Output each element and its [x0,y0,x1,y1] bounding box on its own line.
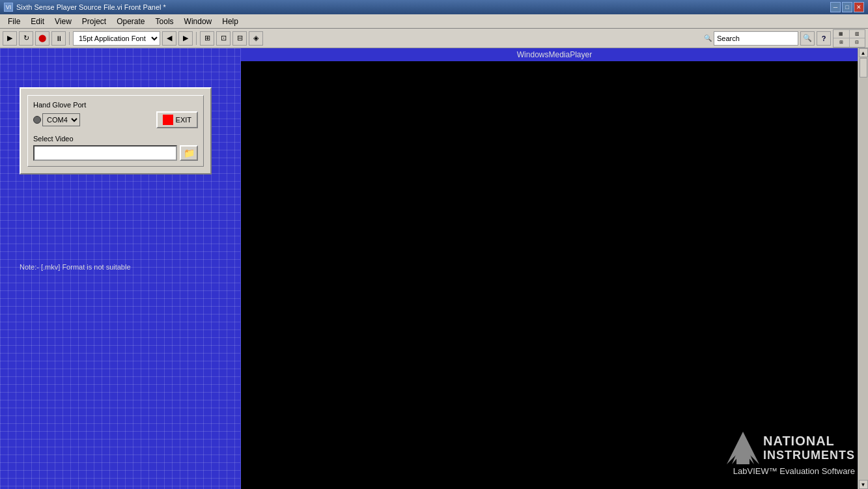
distribute-button[interactable]: ⊡ [216,31,231,46]
search-button[interactable]: 🔍 [800,31,815,46]
scroll-track [859,57,868,480]
ni-logo-icon: NATIONAL INSTRUMENTS [727,432,855,464]
exit-red-indicator [163,115,173,125]
menu-operate[interactable]: Operate [111,16,150,27]
ni-instruments: INSTRUMENTS [763,449,855,462]
scrollbar[interactable]: ▲ ▼ [858,48,868,489]
maximize-button[interactable]: □ [842,2,852,12]
select-video-label: Select Video [33,135,198,143]
font-selector[interactable]: 15pt Application Font [73,31,160,46]
menu-file[interactable]: File [3,16,25,27]
menu-window[interactable]: Window [179,16,217,27]
scroll-thumb[interactable] [860,58,867,77]
file-row: 📁 [33,145,198,161]
font-size-down[interactable]: ◀ [162,31,176,46]
run-button[interactable]: ▶ [3,31,17,46]
port-select-wrap: COM4 COM1 COM2 COM3 COM5 [33,113,80,126]
port-row: COM4 COM1 COM2 COM3 COM5 EXIT [33,111,198,128]
exit-button[interactable]: EXIT [156,111,198,128]
search-icon: 🔍 [704,35,712,42]
help-button[interactable]: ? [817,31,831,46]
control-panel-inner: Hand Glove Port COM4 COM1 COM2 COM3 COM5 [27,95,204,167]
port-indicator [33,116,41,124]
ni-evaluation: LabVIEW™ Evaluation Software [733,466,855,476]
toolbar-sep-2 [196,32,197,45]
file-path-input[interactable] [33,145,177,161]
ni-text: NATIONAL INSTRUMENTS [763,434,855,462]
resize-button[interactable]: ⊟ [232,31,247,46]
port-select[interactable]: COM4 COM1 COM2 COM3 COM5 [42,113,80,126]
menu-tools[interactable]: Tools [150,16,179,27]
toolbar-icon-1[interactable]: ▦ [833,30,850,38]
port-label: Hand Glove Port [33,101,198,109]
ni-logo: NATIONAL INSTRUMENTS LabVIEW™ Evaluation… [727,432,855,476]
toolbar: ▶ ↻ ⬤ ⏸ 15pt Application Font ◀ ▶ ⊞ ⊡ ⊟ … [0,29,868,48]
folder-icon: 📁 [184,148,195,158]
left-panel: Hand Glove Port COM4 COM1 COM2 COM3 COM5 [0,48,241,489]
toolbar-sep-1 [69,32,70,45]
exit-label: EXIT [176,116,191,124]
note-text: Note:- [.mkv] Format is not suitable [20,263,131,271]
search-area: 🔍 🔍 ? ▦ ▥ ⊞ ⊟ [704,29,865,48]
minimize-button[interactable]: ─ [830,2,841,12]
title-bar: VI Sixth Sense Player Source File.vi Fro… [0,0,868,14]
media-player-label: WindowsMediaPlayer [241,48,868,61]
menu-edit[interactable]: Edit [25,16,49,27]
align-button[interactable]: ⊞ [200,31,214,46]
browse-button[interactable]: 📁 [180,145,198,161]
menu-help[interactable]: Help [217,16,244,27]
scroll-down-button[interactable]: ▼ [859,480,868,489]
ni-arrow-icon [727,432,759,464]
menu-project[interactable]: Project [77,16,111,27]
scroll-up-button[interactable]: ▲ [859,48,868,57]
close-button[interactable]: ✕ [854,2,864,12]
window-icon: VI [4,3,13,12]
reorder-button[interactable]: ◈ [249,31,263,46]
toolbar-icon-3[interactable]: ⊞ [833,38,850,47]
pause-button[interactable]: ⏸ [51,31,66,46]
ni-national: NATIONAL [763,434,855,449]
abort-button[interactable]: ⬤ [35,31,49,46]
font-size-up[interactable]: ▶ [178,31,193,46]
menu-view[interactable]: View [49,16,77,27]
right-panel: WindowsMediaPlayer NATIONAL INSTRUMENTS … [241,48,868,489]
toolbar-icon-4[interactable]: ⊟ [850,38,865,47]
toolbar-icon-2[interactable]: ▥ [850,30,865,38]
control-panel: Hand Glove Port COM4 COM1 COM2 COM3 COM5 [20,87,212,175]
run-continuously-button[interactable]: ↻ [19,31,33,46]
search-input[interactable] [714,31,798,46]
window-controls[interactable]: ─ □ ✕ [830,2,864,12]
window-title: Sixth Sense Player Source File.vi Front … [16,3,830,11]
menu-bar: File Edit View Project Operate Tools Win… [0,14,868,29]
main-content: Hand Glove Port COM4 COM1 COM2 COM3 COM5 [0,48,868,489]
